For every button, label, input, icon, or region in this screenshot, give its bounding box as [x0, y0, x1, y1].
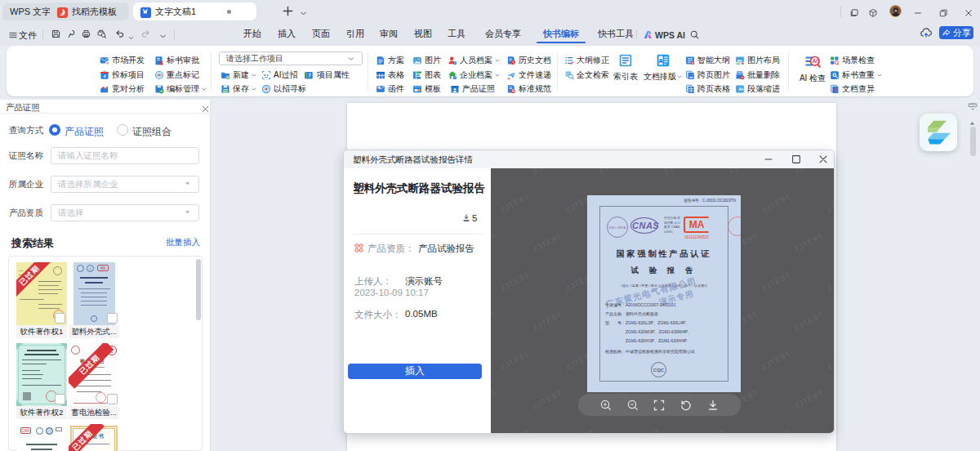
- cert-name-input[interactable]: 请输入证照名称: [51, 147, 199, 164]
- ribbon-button-template[interactable]: 模板: [412, 84, 441, 95]
- ribbon-button-smart-outline[interactable]: 智能大纲: [685, 55, 730, 65]
- ribbon-button-table[interactable]: 表格: [376, 69, 404, 80]
- ribbon-button-history-doc[interactable]: 历史文档: [506, 55, 551, 65]
- ribbon-button-cross-page-image[interactable]: 跨页图片: [685, 69, 730, 80]
- ribbon-button-bid-dupcheck[interactable]: 标书查重: [830, 69, 883, 80]
- cert-thumbnail[interactable]: [16, 343, 67, 406]
- result-card[interactable]: ━━━━━ 已过期软件著作权1: [16, 262, 67, 338]
- ribbon-button-new-folder[interactable]: 新建: [220, 69, 257, 80]
- export-button[interactable]: [66, 28, 77, 42]
- undo-button[interactable]: [114, 28, 125, 42]
- menu-tab-2[interactable]: 插入: [278, 25, 296, 42]
- ribbon-button-cross-page-table[interactable]: 跨页表格: [685, 84, 730, 95]
- ruler-toggle-icon[interactable]: [968, 100, 978, 115]
- print-button[interactable]: [81, 28, 91, 42]
- menu-tab-6[interactable]: 视图: [414, 25, 432, 42]
- card-checkbox[interactable]: [107, 313, 118, 324]
- ribbon-button-plan-doc[interactable]: 方案: [376, 55, 404, 65]
- card-checkbox[interactable]: [55, 313, 65, 324]
- ribbon-button-save-disk[interactable]: 保存: [220, 84, 257, 95]
- doc-tab-active[interactable]: 文字文稿1: [133, 2, 256, 20]
- ribbon-button-personnel[interactable]: 人员档案: [448, 55, 501, 65]
- result-card[interactable]: 软件著作权2: [16, 343, 67, 419]
- ribbon-big-button-doc-layout[interactable]: A文档排版: [644, 53, 683, 83]
- batch-insert-link[interactable]: 批量插入: [166, 237, 200, 248]
- certificate-preview-image[interactable]: 报告编号：C-16031 DC1823TN RBC-MRA CNAS 中国合格 …: [587, 195, 741, 392]
- company-select[interactable]: 请选择所属企业: [51, 176, 199, 193]
- ribbon-button-paragraph-indent[interactable]: A段落缩进: [735, 84, 780, 95]
- menu-tab-7[interactable]: 工具: [448, 25, 466, 42]
- ribbon-button-doc-diff[interactable]: E文档查异: [830, 84, 875, 95]
- menu-tab-3[interactable]: 页面: [312, 25, 330, 42]
- ribbon-button-letter[interactable]: 函件: [376, 84, 404, 95]
- menu-tab-1[interactable]: 开始: [243, 25, 261, 42]
- save-button[interactable]: [51, 28, 61, 42]
- ribbon-button-bid-project[interactable]: d投标项目: [100, 69, 145, 80]
- fit-screen-icon[interactable]: [653, 399, 666, 412]
- ribbon-button-zhao-xun[interactable]: 以招寻标: [261, 84, 306, 95]
- ribbon-button-full-search[interactable]: 全文检索: [564, 69, 609, 80]
- menu-tab-10[interactable]: 快书工具: [598, 25, 634, 42]
- cloud-sync-button[interactable]: [920, 26, 933, 42]
- share-button[interactable]: 分享: [939, 26, 973, 39]
- wps-ai-button[interactable]: [643, 29, 653, 43]
- file-menu-label[interactable]: 文件: [19, 29, 37, 42]
- new-tab-button[interactable]: [282, 5, 294, 20]
- dialog-maximize-button[interactable]: [791, 154, 802, 165]
- insert-button[interactable]: 插入: [348, 364, 482, 379]
- ribbon-button-market-dev[interactable]: 市场开发: [100, 55, 145, 65]
- tab-list-dropdown[interactable]: [299, 7, 308, 21]
- radio-product-cert-label[interactable]: 产品证照: [65, 125, 104, 139]
- cert-thumbnail[interactable]: CMA: [16, 424, 67, 451]
- zoom-in-icon[interactable]: [599, 399, 612, 412]
- qat-more-dropdown[interactable]: [158, 29, 167, 44]
- radio-product-cert[interactable]: [49, 124, 60, 136]
- print-preview-button[interactable]: [96, 28, 107, 42]
- ribbon-big-button-index-table[interactable]: 索引表: [606, 53, 645, 83]
- ribbon-button-image-layout[interactable]: 图片布局: [735, 55, 780, 65]
- result-card[interactable]: C MA 塑料外壳式...: [69, 262, 119, 338]
- cert-thumbnail[interactable]: 合格证书 已过期: [69, 424, 119, 451]
- search-button[interactable]: [689, 29, 700, 43]
- radio-cert-combo[interactable]: [117, 124, 128, 136]
- rotate-icon[interactable]: [679, 399, 693, 412]
- radio-cert-combo-label[interactable]: 证照组合: [132, 125, 172, 139]
- ribbon-button-bid-approval[interactable]: 标书审批: [154, 55, 199, 65]
- ribbon-button-scene-check[interactable]: 场景检查: [830, 55, 875, 65]
- ribbon-button-project-props[interactable]: 项目属性: [305, 69, 350, 80]
- main-menu-button[interactable]: [8, 29, 18, 43]
- user-avatar[interactable]: [889, 5, 902, 17]
- result-card[interactable]: CMA: [16, 424, 67, 451]
- ribbon-button-chart[interactable]: 图表: [412, 69, 441, 80]
- ribbon-button-picture[interactable]: 图片: [412, 55, 441, 65]
- ribbon-button-enterprise[interactable]: 企业档案: [448, 69, 501, 80]
- ribbon-button-file-express[interactable]: 文件速递: [506, 69, 551, 80]
- labs-cube-button[interactable]: [868, 7, 878, 21]
- redo-button[interactable]: [140, 28, 151, 42]
- menu-tab-8[interactable]: 会员专享: [485, 25, 521, 42]
- doc-tab-docer[interactable]: 找稻壳模板: [50, 2, 129, 20]
- kuaishu-assistant-button[interactable]: [920, 114, 957, 151]
- restore-button[interactable]: [938, 7, 948, 21]
- card-checkbox[interactable]: [55, 394, 65, 404]
- minimize-button[interactable]: [913, 7, 923, 21]
- ribbon-button-competitor-analysis[interactable]: 竞对分析: [100, 84, 145, 95]
- download-preview-icon[interactable]: [706, 399, 719, 412]
- ribbon-button-product-cert[interactable]: 产品证照: [450, 84, 495, 95]
- panel-close-icon[interactable]: [201, 102, 210, 117]
- quality-select[interactable]: 请选择: [51, 204, 199, 221]
- ribbon-button-bid-manage[interactable]: 编标管理: [154, 84, 207, 95]
- card-checkbox[interactable]: [107, 394, 118, 404]
- vertical-scrollbar[interactable]: [970, 127, 976, 156]
- zoom-out-icon[interactable]: [626, 399, 639, 412]
- ribbon-button-outline-fix[interactable]: 大纲修正: [564, 55, 609, 65]
- ribbon-big-button-ai-check[interactable]: AIAI 检查: [793, 53, 832, 84]
- results-scrollbar[interactable]: [196, 259, 201, 320]
- window-switch-button[interactable]: [849, 7, 859, 21]
- menu-tab-4[interactable]: 引用: [346, 25, 364, 42]
- cert-thumbnail[interactable]: C MA: [69, 262, 119, 325]
- menu-tab-5[interactable]: 审阅: [380, 25, 398, 42]
- dialog-minimize-button[interactable]: [763, 154, 774, 165]
- cert-thumbnail[interactable]: ━━━━━ 已过期: [16, 262, 67, 325]
- undo-dropdown[interactable]: [127, 30, 135, 45]
